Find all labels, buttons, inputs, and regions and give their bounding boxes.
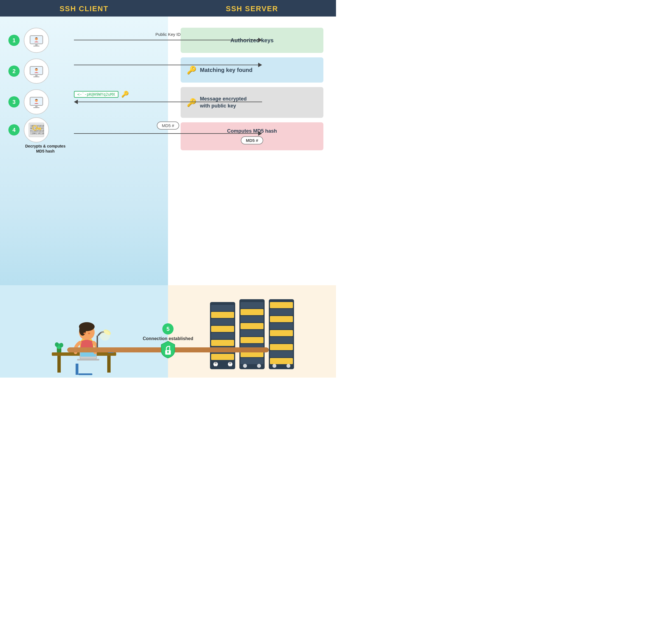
svg-text:01010: 01010: [37, 130, 44, 133]
matching-key-text: Matching key found: [200, 67, 252, 73]
step-3-icon: [24, 89, 49, 114]
md5-pill-server: MD5 #: [241, 136, 263, 145]
svg-point-60: [214, 362, 217, 364]
svg-rect-2: [35, 44, 38, 46]
svg-rect-81: [270, 337, 293, 343]
top-headers: SSH CLIENT SSH SERVER: [0, 0, 336, 16]
svg-rect-7: [35, 75, 38, 77]
svg-rect-53: [211, 319, 234, 325]
svg-rect-89: [168, 352, 169, 353]
encrypted-box: 🔑 Message encryptedwith public key: [181, 87, 323, 118]
svg-point-37: [84, 332, 86, 334]
svg-rect-69: [241, 337, 263, 343]
md5-box: Computes MD5 hash MD5 #: [181, 122, 323, 150]
step-4-badge: 4: [8, 124, 19, 136]
svg-rect-26: [40, 129, 41, 130]
step-3-badge: 3: [8, 96, 19, 107]
svg-point-73: [243, 364, 247, 368]
svg-rect-58: [211, 354, 234, 360]
svg-point-62: [229, 362, 231, 364]
md5-title: Computes MD5 hash: [227, 128, 277, 134]
matching-key-box: 🔑 Matching key found: [181, 57, 323, 83]
authorized-keys-text: Authorized keys: [231, 37, 274, 44]
step-1-row: 1: [0, 25, 168, 56]
step-4-label: Decrypts & computesMD5 hash: [25, 144, 65, 154]
svg-rect-64: [241, 302, 263, 308]
svg-rect-29: [57, 356, 61, 372]
page-wrapper: SSH CLIENT SSH SERVER 1: [0, 0, 336, 377]
svg-rect-82: [270, 344, 293, 350]
svg-point-38: [88, 332, 90, 334]
bottom-section: 5 Connection established: [0, 285, 336, 377]
svg-point-44: [55, 342, 59, 347]
svg-rect-8: [33, 76, 40, 77]
key-icon-2: 🔑: [187, 65, 197, 75]
server-header: SSH SERVER: [168, 0, 336, 16]
svg-rect-65: [241, 309, 263, 315]
svg-point-45: [59, 343, 63, 347]
svg-rect-54: [211, 326, 234, 332]
encrypted-text: Message encryptedwith public key: [200, 96, 247, 109]
svg-rect-32: [79, 373, 92, 375]
svg-rect-67: [241, 323, 263, 329]
svg-rect-76: [270, 302, 293, 308]
svg-rect-3: [33, 46, 40, 46]
svg-rect-30: [107, 356, 110, 372]
svg-rect-78: [270, 316, 293, 322]
svg-rect-12: [35, 106, 38, 107]
step-1-badge: 1: [8, 35, 19, 46]
step-3-row: 3: [0, 87, 168, 117]
body-section: 1: [0, 16, 336, 285]
svg-point-86: [286, 364, 290, 368]
svg-text:01010: 01010: [37, 125, 44, 127]
step-2-badge: 2: [8, 65, 19, 77]
shield-lock-svg: [159, 341, 177, 359]
svg-rect-83: [270, 351, 293, 357]
step-1-icon: [24, 28, 49, 53]
svg-rect-25: [36, 127, 41, 129]
svg-rect-13: [33, 107, 40, 108]
authorized-keys-box: Authorized keys: [181, 28, 323, 53]
svg-rect-66: [241, 316, 263, 322]
svg-rect-52: [211, 312, 234, 318]
svg-rect-72: [241, 358, 263, 364]
svg-rect-84: [270, 358, 293, 364]
svg-rect-56: [211, 340, 234, 346]
svg-rect-77: [270, 309, 293, 315]
step-2-row: 2: [0, 56, 168, 87]
monitor-person-2-icon: [27, 61, 46, 81]
step-4-icon: 10011 00110 01100 11001 01010 10101 0101…: [24, 117, 49, 143]
svg-point-85: [273, 364, 276, 368]
svg-text:10110: 10110: [37, 133, 44, 135]
svg-rect-55: [211, 333, 234, 339]
svg-rect-79: [270, 323, 293, 329]
person-desk-illustration: [43, 297, 125, 377]
right-panel: Authorized keys 🔑 Matching key found 🔑 M…: [168, 16, 336, 285]
svg-text:11001: 11001: [30, 133, 37, 135]
svg-point-74: [257, 364, 261, 368]
binary-key-icon: 10011 00110 01100 11001 01010 10101 0101…: [27, 120, 46, 140]
step-2-icon: [24, 58, 49, 84]
svg-rect-80: [270, 330, 293, 336]
step-4-row: 4 10011 00110 01100 11001 01010 10101: [0, 117, 168, 156]
monitor-person-3-icon: [27, 92, 46, 112]
svg-rect-68: [241, 330, 263, 336]
connection-label-area: 5 Connection established: [143, 323, 193, 341]
step-5-badge: 5: [162, 323, 174, 334]
svg-rect-31: [76, 364, 79, 375]
key-icon-3: 🔑: [187, 98, 197, 107]
svg-rect-51: [211, 305, 234, 311]
svg-rect-27: [38, 129, 40, 130]
left-panel: 1: [0, 16, 168, 285]
monitor-person-1-icon: [27, 31, 46, 50]
svg-rect-41: [77, 359, 99, 361]
client-header: SSH CLIENT: [0, 0, 168, 16]
server-rack-illustration: [207, 294, 297, 375]
lock-shield-icon: [159, 341, 177, 362]
svg-point-49: [100, 330, 110, 341]
